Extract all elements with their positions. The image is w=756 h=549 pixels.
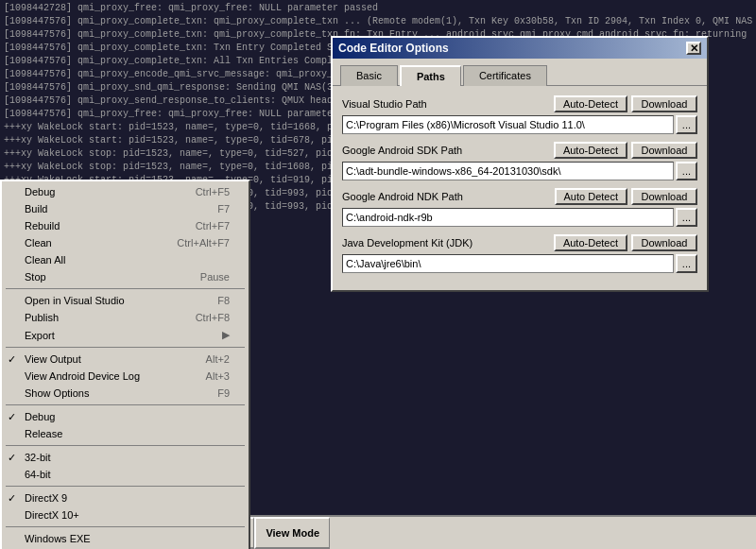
menu-item[interactable]: Windows EXE <box>2 530 249 547</box>
menu-item[interactable]: Open in Visual StudioF8 <box>2 292 249 309</box>
dialog-close-button[interactable]: ✕ <box>686 42 701 55</box>
code-line: [1098442728] qmi_proxy_free: qmi_proxy_f… <box>4 2 752 15</box>
menu-item[interactable]: View Android Device LogAlt+3 <box>2 368 249 385</box>
dialog-titlebar: Code Editor Options ✕ <box>333 38 707 59</box>
browse-button-3[interactable]: ... <box>676 254 697 273</box>
menu-item-label: Debug <box>25 186 55 197</box>
menu-separator <box>6 526 245 527</box>
path-input-2[interactable] <box>342 208 674 227</box>
browse-button-0[interactable]: ... <box>676 115 697 134</box>
path-label-3: Java Development Kit (JDK) <box>342 237 550 249</box>
menu-item[interactable]: DebugCtrl+F5 <box>2 183 249 200</box>
menu-item-shortcut: Alt+3 <box>206 370 230 382</box>
path-row-2: Google Android NDK PathAuto DetectDownlo… <box>342 188 697 227</box>
menu-item-label: DirectX 10+ <box>25 509 79 521</box>
path-row-3: Java Development Kit (JDK)Auto-DetectDow… <box>342 234 697 273</box>
auto-detect-button-2[interactable]: Auto Detect <box>555 188 627 205</box>
menu-item-label: Publish <box>25 312 59 323</box>
download-button-1[interactable]: Download <box>631 142 697 159</box>
menu-item-label: Windows EXE <box>25 533 91 544</box>
path-input-row-0: ... <box>342 115 697 134</box>
menu-item[interactable]: Export▶ <box>2 326 249 344</box>
menu-item-shortcut: F8 <box>217 295 230 306</box>
path-input-row-1: ... <box>342 162 697 180</box>
menu-item-shortcut: F7 <box>217 203 230 214</box>
path-input-1[interactable] <box>342 162 674 180</box>
menu-item-label: Build <box>25 203 47 214</box>
download-button-3[interactable]: Download <box>631 234 697 251</box>
path-row-header-0: Visual Studio PathAuto-DetectDownload <box>342 95 697 112</box>
browse-button-1[interactable]: ... <box>676 162 697 180</box>
menu-item-label: Clean All <box>25 254 65 266</box>
menu-item-label: Debug <box>25 411 55 422</box>
dialog-tabs: BasicPathsCertificates <box>333 59 707 86</box>
dialog-tab-paths[interactable]: Paths <box>400 65 461 86</box>
menu-item-shortcut: Ctrl+Alt+F7 <box>177 237 230 249</box>
path-input-row-3: ... <box>342 254 697 273</box>
code-line: [1098447576] qmi_proxy_complete_txn: qmi… <box>4 15 752 28</box>
menu-item-label: View Android Device Log <box>25 370 140 382</box>
menu-item-shortcut: Pause <box>200 271 230 283</box>
menu-item-label: Rebuild <box>25 220 60 232</box>
dialog-content: Visual Studio PathAuto-DetectDownload...… <box>333 86 707 290</box>
menu-item[interactable]: Show OptionsF9 <box>2 385 249 402</box>
menu-item-shortcut: Ctrl+F8 <box>196 312 230 323</box>
menu-item-label: Stop <box>25 271 46 283</box>
path-row-header-3: Java Development Kit (JDK)Auto-DetectDow… <box>342 234 697 251</box>
menu-item[interactable]: DirectX 10+ <box>2 506 249 523</box>
menu-item[interactable]: 32-bit <box>2 449 249 466</box>
menu-item[interactable]: 64-bit <box>2 466 249 483</box>
bottom-bar-button-4[interactable]: View Mode <box>254 517 330 549</box>
auto-detect-button-3[interactable]: Auto-Detect <box>554 234 627 251</box>
path-label-1: Google Android SDK Path <box>342 145 550 156</box>
download-button-0[interactable]: Download <box>631 95 697 112</box>
auto-detect-button-0[interactable]: Auto-Detect <box>554 95 627 112</box>
path-input-row-2: ... <box>342 208 697 227</box>
context-menu[interactable]: DebugCtrl+F5BuildF7RebuildCtrl+F7CleanCt… <box>0 180 250 549</box>
menu-item-label: Release <box>25 428 62 439</box>
menu-item-label: Clean <box>25 237 52 249</box>
menu-item[interactable]: View OutputAlt+2 <box>2 351 249 368</box>
menu-item[interactable]: DirectX 9 <box>2 489 249 506</box>
menu-item-label: Show Options <box>25 387 89 399</box>
menu-item-label: 64-bit <box>25 469 51 480</box>
path-input-0[interactable] <box>342 115 674 134</box>
dialog-title: Code Editor Options <box>338 42 449 55</box>
menu-item[interactable]: Clean All <box>2 251 249 268</box>
path-input-3[interactable] <box>342 254 674 273</box>
path-row-1: Google Android SDK PathAuto-DetectDownlo… <box>342 142 697 180</box>
menu-item-label: Open in Visual Studio <box>25 295 125 306</box>
code-editor-options-dialog: Code Editor Options ✕ BasicPathsCertific… <box>331 36 709 292</box>
menu-item-shortcut: Ctrl+F7 <box>196 220 230 232</box>
download-button-2[interactable]: Download <box>631 188 697 205</box>
menu-item[interactable]: Debug <box>2 408 249 425</box>
menu-item[interactable]: CleanCtrl+Alt+F7 <box>2 234 249 251</box>
menu-separator <box>6 347 245 348</box>
menu-item[interactable]: RebuildCtrl+F7 <box>2 217 249 234</box>
menu-separator <box>6 445 245 446</box>
menu-item[interactable]: Release <box>2 425 249 442</box>
path-row-0: Visual Studio PathAuto-DetectDownload... <box>342 95 697 134</box>
auto-detect-button-1[interactable]: Auto-Detect <box>554 142 627 159</box>
path-label-0: Visual Studio Path <box>342 98 550 110</box>
menu-separator <box>6 404 245 405</box>
menu-item-shortcut: F9 <box>217 387 230 399</box>
menu-item-shortcut: Alt+2 <box>206 353 230 365</box>
menu-item-label: DirectX 9 <box>25 492 67 504</box>
browse-button-2[interactable]: ... <box>676 208 697 227</box>
menu-separator <box>6 486 245 487</box>
menu-item-shortcut: Ctrl+F5 <box>196 186 230 197</box>
dialog-tab-certificates[interactable]: Certificates <box>463 65 547 86</box>
menu-item-label: Export <box>25 330 55 341</box>
path-label-2: Google Android NDK Path <box>342 191 551 202</box>
menu-separator <box>6 288 245 289</box>
menu-item-shortcut: ▶ <box>222 329 230 341</box>
menu-item-label: View Output <box>25 353 81 365</box>
menu-item[interactable]: StopPause <box>2 268 249 285</box>
path-row-header-2: Google Android NDK PathAuto DetectDownlo… <box>342 188 697 205</box>
menu-item[interactable]: PublishCtrl+F8 <box>2 309 249 326</box>
menu-item-label: 32-bit <box>25 452 51 463</box>
dialog-tab-basic[interactable]: Basic <box>340 65 398 86</box>
menu-item[interactable]: BuildF7 <box>2 200 249 217</box>
path-row-header-1: Google Android SDK PathAuto-DetectDownlo… <box>342 142 697 159</box>
